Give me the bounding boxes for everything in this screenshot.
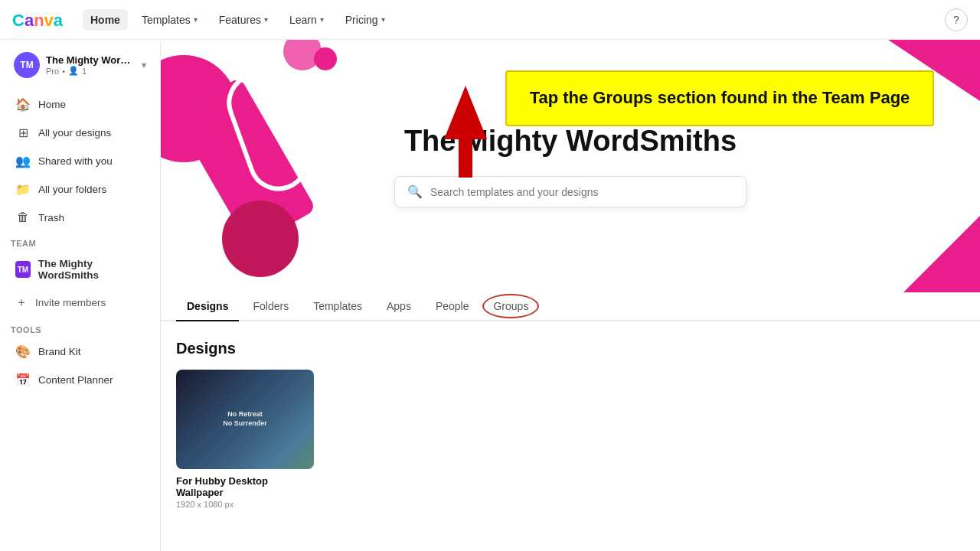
pink-right-triangle-1	[888, 40, 980, 101]
design-thumb-inner: No RetreatNo Surrender	[176, 370, 314, 469]
tabs-bar: Designs Folders Templates Apps People Gr…	[161, 292, 980, 321]
account-sub: Pro • 👤 1	[46, 66, 136, 76]
pink-dot-right	[874, 101, 888, 115]
content-area: Designs No RetreatNo Surrender For Hubby…	[161, 321, 980, 527]
shared-icon: 👥	[15, 154, 31, 168]
pricing-chevron-icon: ▾	[381, 15, 385, 24]
sidebar-item-trash[interactable]: 🗑 Trash	[5, 204, 155, 230]
nav-pricing[interactable]: Pricing ▾	[338, 9, 393, 31]
avatar: TM	[14, 52, 40, 78]
svg-text:Canva: Canva	[12, 11, 64, 30]
folder-icon: 📁	[15, 182, 31, 197]
pink-right-triangle-2	[903, 216, 980, 292]
tab-templates[interactable]: Templates	[302, 292, 373, 321]
tab-designs[interactable]: Designs	[176, 292, 239, 321]
search-bar[interactable]: 🔍	[394, 176, 746, 207]
sidebar-item-brand-kit[interactable]: 🎨 Brand Kit	[5, 338, 155, 365]
hero-title: The Mighty WordSmiths	[176, 125, 965, 158]
sidebar-item-team[interactable]: TM The Mighty WordSmiths	[5, 252, 155, 287]
account-info: The Mighty WordS... Pro • 👤 1	[46, 54, 136, 76]
hero-banner: The Mighty WordSmiths 🔍	[161, 40, 980, 292]
nav-home[interactable]: Home	[83, 9, 128, 31]
tab-people[interactable]: People	[425, 292, 480, 321]
sidebar-invite-members[interactable]: ＋ Invite members	[5, 289, 155, 317]
brand-kit-icon: 🎨	[15, 344, 31, 359]
nav-learn[interactable]: Learn ▾	[282, 9, 332, 31]
nav-features[interactable]: Features ▾	[211, 9, 276, 31]
trash-icon: 🗑	[15, 210, 31, 224]
nav-right-actions: ?	[945, 8, 968, 31]
plus-icon: ＋	[15, 295, 28, 311]
design-card[interactable]: No RetreatNo Surrender For Hubby Desktop…	[176, 370, 314, 509]
top-navigation: Canva Home Templates ▾ Features ▾ Learn …	[0, 0, 980, 40]
sidebar-item-home[interactable]: 🏠 Home	[5, 91, 155, 118]
design-thumbnail: No RetreatNo Surrender	[176, 370, 314, 469]
design-thumb-text: No RetreatNo Surrender	[217, 404, 273, 434]
tab-groups[interactable]: Groups	[482, 292, 539, 321]
groups-circle-highlight: Groups	[493, 300, 528, 312]
grid-icon: ⊞	[15, 126, 31, 140]
pink-circle-big	[222, 201, 299, 277]
team-section-label: Team	[0, 231, 160, 251]
sidebar-item-folders[interactable]: 📁 All your folders	[5, 176, 155, 203]
templates-chevron-icon: ▾	[194, 15, 198, 24]
designs-section-title: Designs	[176, 340, 965, 357]
sidebar-item-shared[interactable]: 👥 Shared with you	[5, 148, 155, 174]
home-icon: 🏠	[15, 97, 31, 112]
designs-grid: No RetreatNo Surrender For Hubby Desktop…	[176, 370, 965, 509]
design-name: For Hubby Desktop Wallpaper	[176, 475, 314, 498]
account-name: The Mighty WordS...	[46, 54, 136, 66]
main-content: The Mighty WordSmiths 🔍 Designs Folders …	[161, 40, 980, 551]
nav-templates[interactable]: Templates ▾	[134, 9, 205, 31]
canva-logo[interactable]: Canva	[12, 9, 67, 31]
sidebar-item-all-designs[interactable]: ⊞ All your designs	[5, 119, 155, 146]
tools-section-label: Tools	[0, 318, 160, 337]
content-planner-icon: 📅	[15, 373, 31, 387]
search-input[interactable]	[430, 186, 733, 198]
sidebar: TM The Mighty WordS... Pro • 👤 1 ▾ 🏠 Hom…	[0, 40, 161, 551]
learn-chevron-icon: ▾	[320, 15, 324, 24]
tab-apps[interactable]: Apps	[376, 292, 422, 321]
features-chevron-icon: ▾	[264, 15, 268, 24]
sidebar-item-content-planner[interactable]: 📅 Content Planner	[5, 367, 155, 393]
search-icon: 🔍	[407, 184, 423, 199]
tab-folders[interactable]: Folders	[242, 292, 299, 321]
design-size: 1920 x 1080 px	[176, 500, 314, 509]
team-icon: TM	[15, 261, 31, 278]
hero-content: The Mighty WordSmiths 🔍	[161, 125, 980, 207]
account-chevron-icon: ▾	[142, 60, 146, 70]
help-button[interactable]: ?	[945, 8, 968, 31]
account-switcher[interactable]: TM The Mighty WordS... Pro • 👤 1 ▾	[5, 46, 155, 87]
